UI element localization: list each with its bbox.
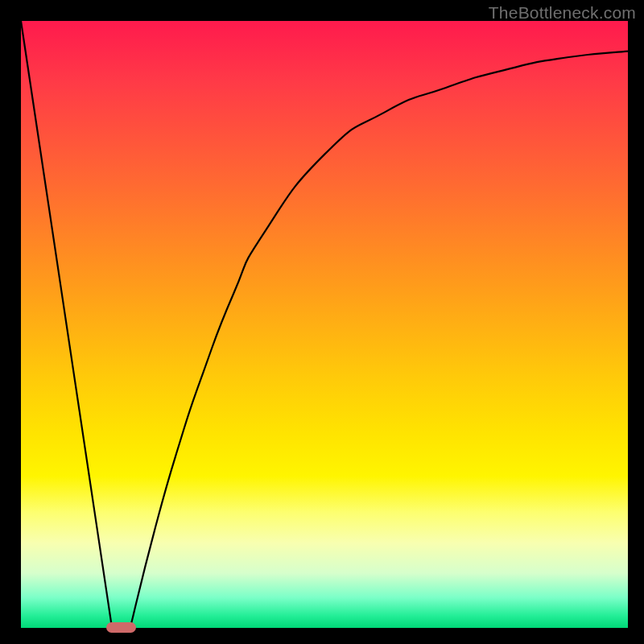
bottleneck-marker: [106, 622, 137, 633]
left-slope-line: [21, 21, 112, 628]
curve-layer: [21, 21, 628, 628]
watermark-text: TheBottleneck.com: [489, 3, 636, 23]
chart-frame: TheBottleneck.com: [0, 0, 644, 644]
right-curve-path: [130, 52, 628, 628]
plot-area: [21, 21, 628, 628]
